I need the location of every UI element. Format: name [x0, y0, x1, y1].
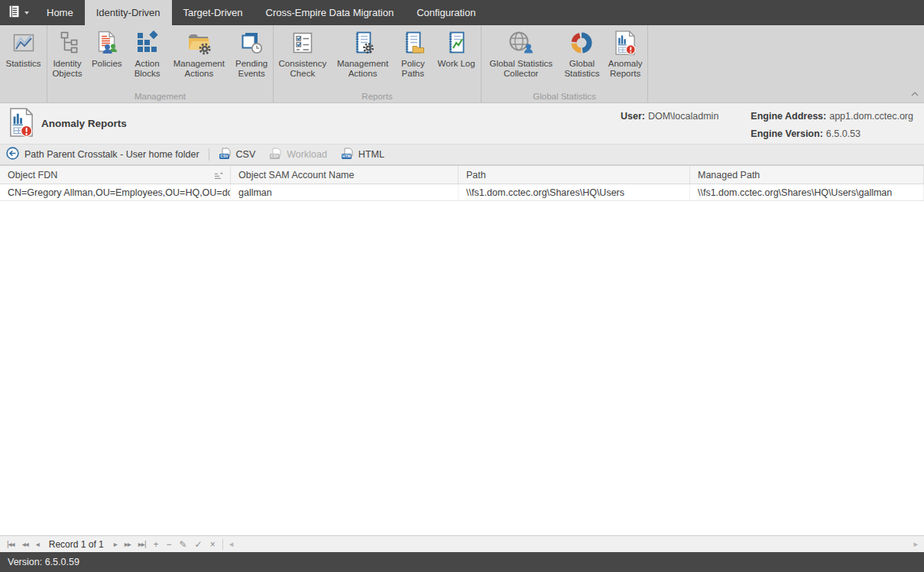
- cell-object-fdn: CN=Gregory Allman,OU=Employees,OU=HQ,OU=…: [0, 184, 231, 200]
- action-blocks-button[interactable]: Action Blocks: [127, 29, 168, 79]
- management-actions-report-button[interactable]: Management Actions: [332, 29, 394, 79]
- scroll-left-arrow[interactable]: ◂: [226, 539, 237, 549]
- column-header-object-fdn[interactable]: Object FDN: [0, 166, 231, 184]
- chevron-up-icon: [911, 92, 919, 96]
- column-label: Object SAM Account Name: [238, 170, 354, 180]
- button-label: Anomaly Reports: [605, 59, 646, 79]
- policy-paths-button[interactable]: Policy Paths: [394, 29, 432, 79]
- org-tree-icon: [55, 29, 79, 57]
- engine-version-label: Engine Version:: [751, 128, 822, 139]
- cell-object-sam-account-name: gallman: [231, 184, 459, 200]
- app-menu-button[interactable]: [0, 0, 35, 25]
- button-label: Work Log: [438, 59, 475, 69]
- report-breadcrumb-label: Path Parent Crosstalk - User home folder: [24, 149, 199, 160]
- navigator-separator: [222, 539, 223, 550]
- anomaly-reports-button[interactable]: Anomaly Reports: [603, 29, 647, 79]
- record-navigator: |◂◂ ◂◂ ◂ Record 1 of 1 ▸ ▸▸ ▸▸| + − ✎ ✓ …: [0, 535, 924, 552]
- table-row[interactable]: CN=Gregory Allman,OU=Employees,OU=HQ,OU=…: [0, 184, 924, 201]
- ribbon-collapse-button[interactable]: [911, 86, 919, 99]
- button-label: HTML: [358, 149, 384, 160]
- policies-button[interactable]: Policies: [87, 29, 127, 69]
- tab-target-driven[interactable]: Target-Driven: [172, 0, 255, 25]
- document-people-icon: [95, 29, 119, 57]
- global-statistics-button[interactable]: Global Statistics: [561, 29, 604, 79]
- engine-version-value: 6.5.0.53: [826, 128, 861, 139]
- user-label: User:: [621, 111, 645, 122]
- horizontal-scrollbar[interactable]: ◂ ▸: [226, 539, 921, 549]
- prev-record-button[interactable]: ◂: [32, 540, 43, 548]
- sort-ascending-icon: [213, 171, 223, 182]
- tab-identity-driven[interactable]: Identity-Driven: [85, 0, 172, 25]
- anomaly-report-icon: [614, 29, 636, 57]
- tab-home[interactable]: Home: [35, 0, 85, 25]
- donut-chart-icon: [569, 29, 594, 57]
- column-header-path[interactable]: Path: [459, 166, 690, 184]
- engine-address-value: app1.dom.cctec.org: [829, 111, 913, 122]
- export-workload-button[interactable]: CSV Workload: [269, 148, 327, 162]
- ribbon-group-label: Management: [47, 92, 273, 101]
- engine-address-info: Engine Address:app1.dom.cctec.org: [751, 111, 913, 122]
- add-record-button[interactable]: +: [149, 539, 162, 550]
- button-label: Policy Paths: [395, 59, 430, 79]
- notebook-folder-icon: [400, 29, 425, 57]
- record-count-label: Record 1 of 1: [43, 539, 110, 550]
- button-label: Workload: [287, 149, 327, 160]
- identity-objects-button[interactable]: Identity Objects: [47, 29, 87, 79]
- version-value: 6.5.0.59: [45, 557, 79, 567]
- line-chart-icon: [11, 29, 36, 57]
- version-label: Version:: [8, 557, 42, 567]
- page-header: Anomaly Reports User:DOM\localadmin Engi…: [0, 103, 924, 144]
- back-arrow-icon: [6, 147, 19, 162]
- delete-record-button[interactable]: −: [163, 539, 176, 550]
- csv-file-icon: CSV: [219, 148, 232, 162]
- first-record-button[interactable]: |◂◂: [3, 540, 18, 548]
- notebook-chart-icon: [444, 29, 468, 57]
- edit-record-button[interactable]: ✎: [176, 539, 191, 550]
- blocks-icon: [135, 29, 160, 57]
- user-info: User:DOM\localadmin: [621, 111, 718, 122]
- ribbon-group-management: Identity Objects Policies: [47, 25, 274, 102]
- svg-text:HTM: HTM: [342, 154, 351, 158]
- next-page-button[interactable]: ▸▸: [121, 540, 135, 548]
- tab-configuration[interactable]: Configuration: [405, 0, 487, 25]
- globe-user-icon: [508, 29, 534, 57]
- button-label: Pending Events: [232, 59, 271, 79]
- button-label: Management Actions: [333, 59, 393, 79]
- button-label: Action Blocks: [128, 59, 167, 79]
- work-log-button[interactable]: Work Log: [432, 29, 481, 69]
- ribbon-group-reports: Consistency Check Management Actions: [274, 25, 481, 102]
- column-label: Path: [466, 170, 486, 180]
- scroll-right-arrow[interactable]: ▸: [910, 539, 921, 549]
- export-html-button[interactable]: HTM HTML: [341, 148, 384, 162]
- button-label: Global Statistics Collector: [483, 59, 559, 79]
- pages-clock-icon: [239, 29, 264, 57]
- grid-header-row: Object FDN Object SAM Account Name Path …: [0, 165, 924, 184]
- pending-events-button[interactable]: Pending Events: [230, 29, 273, 79]
- page-title: Anomaly Reports: [41, 118, 127, 129]
- next-record-button[interactable]: ▸: [110, 540, 121, 548]
- checklist-icon: [290, 29, 315, 57]
- csv-file-icon-disabled: CSV: [269, 148, 283, 162]
- report-toolbar: Path Parent Crosstalk - User home folder…: [0, 144, 924, 165]
- cell-path: \\fs1.dom.cctec.org\Shares\HQ\Users: [459, 184, 690, 200]
- last-record-button[interactable]: ▸▸|: [135, 540, 150, 548]
- prev-page-button[interactable]: ◂◂: [18, 540, 32, 548]
- tab-cross-empire-data-migration[interactable]: Cross-Empire Data Migration: [255, 0, 406, 25]
- column-label: Object FDN: [8, 170, 57, 180]
- commit-edit-button[interactable]: ✓: [191, 539, 206, 550]
- button-label: CSV: [236, 149, 256, 160]
- notebook-gear-icon: [351, 29, 375, 57]
- column-header-managed-path[interactable]: Managed Path: [690, 166, 924, 184]
- statistics-button[interactable]: Statistics: [0, 29, 47, 69]
- back-button[interactable]: Path Parent Crosstalk - User home folder: [6, 147, 199, 162]
- cancel-edit-button[interactable]: ×: [206, 539, 219, 550]
- button-label: Management Actions: [169, 59, 229, 79]
- ribbon: Statistics Identity Objects: [0, 25, 924, 103]
- management-actions-button[interactable]: Management Actions: [167, 29, 230, 79]
- user-value: DOM\localadmin: [648, 111, 718, 122]
- consistency-check-button[interactable]: Consistency Check: [274, 29, 332, 79]
- export-csv-button[interactable]: CSV CSV: [219, 148, 256, 162]
- column-header-object-sam-account-name[interactable]: Object SAM Account Name: [231, 166, 459, 184]
- global-statistics-collector-button[interactable]: Global Statistics Collector: [481, 29, 561, 79]
- status-bar: Version: 6.5.0.59: [0, 552, 924, 572]
